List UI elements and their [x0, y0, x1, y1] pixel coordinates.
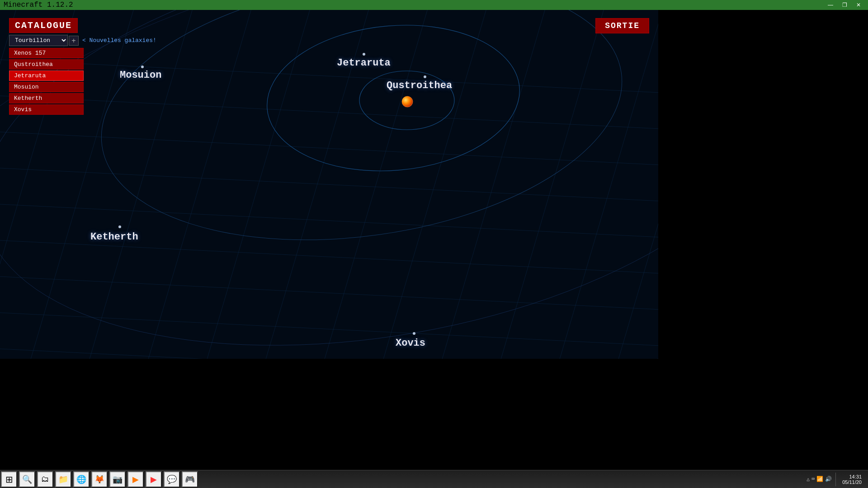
catalogue-list: Xenos 157 Qustroithea Jetraruta Mosuion …	[9, 48, 156, 115]
search-taskbar-button[interactable]: 🔍	[19, 471, 35, 488]
keyboard-icon: ⌨	[811, 476, 815, 483]
browser-button[interactable]: 🌐	[73, 471, 90, 488]
svg-point-35	[424, 75, 426, 78]
show-hidden-icon[interactable]: △	[807, 476, 810, 482]
titlebar: Minecraft 1.12.2 — ❐ ✕	[0, 0, 868, 10]
file-explorer-button[interactable]: 📁	[55, 471, 71, 488]
minimize-button[interactable]: —	[824, 0, 837, 10]
browser2-button[interactable]: 🦊	[91, 471, 108, 488]
add-galaxy-button[interactable]: +	[69, 36, 79, 46]
catalogue-item-jetraruta[interactable]: Jetraruta	[9, 70, 84, 81]
catalogue-item-xovis[interactable]: Xovis	[9, 104, 84, 115]
vlc-button[interactable]: ▶	[127, 471, 144, 488]
titlebar-title: Minecraft 1.12.2	[4, 1, 73, 9]
new-galaxies-link[interactable]: < Nouvelles galaxies!	[82, 37, 156, 44]
game-button[interactable]: 🎮	[182, 471, 198, 488]
close-button[interactable]: ✕	[853, 0, 864, 10]
clock-time: 14:31	[842, 474, 862, 479]
sortie-button[interactable]: SORTIE	[595, 18, 649, 33]
svg-point-36	[118, 225, 121, 228]
taskbar-separator	[835, 473, 836, 486]
catalogue-item-ketherth[interactable]: Ketherth	[9, 93, 84, 103]
photos-button[interactable]: 📷	[109, 471, 126, 488]
clock[interactable]: 14:31 05/11/20	[840, 474, 864, 485]
catalogue-dropdown-row: Tourbillon + < Nouvelles galaxies!	[9, 35, 156, 46]
start-button[interactable]: ⊞	[1, 471, 17, 488]
catalogue-item-qustroithea[interactable]: Qustroithea	[9, 59, 84, 70]
svg-point-33	[363, 53, 365, 56]
restore-button[interactable]: ❐	[839, 0, 851, 10]
titlebar-controls: — ❐ ✕	[824, 0, 864, 10]
system-tray-icons: △ ⌨ 📶 🔊	[807, 476, 832, 483]
catalogue-panel: CATALOGUE Tourbillon + < Nouvelles galax…	[9, 18, 156, 116]
task-view-button[interactable]: 🗂	[37, 471, 53, 488]
catalogue-item-mosuion[interactable]: Mosuion	[9, 82, 84, 92]
taskbar: ⊞ 🔍 🗂 📁 🌐 🦊 📷 ▶ ▶ 💬 🎮 △ ⌨ 📶 🔊 14:31 05/1…	[0, 470, 868, 488]
clock-date: 05/11/20	[842, 479, 862, 485]
skype-button[interactable]: 💬	[164, 471, 180, 488]
svg-point-37	[413, 332, 415, 335]
taskbar-right: △ ⌨ 📶 🔊 14:31 05/11/20	[807, 473, 868, 486]
music-button[interactable]: ▶	[146, 471, 162, 488]
network-icon[interactable]: 📶	[816, 476, 823, 483]
volume-icon[interactable]: 🔊	[825, 476, 832, 483]
game-viewport: Jetraruta Mosuion Qustroithea Ketherth X…	[0, 10, 658, 359]
galaxy-select[interactable]: Tourbillon	[9, 35, 68, 46]
catalogue-item-xenos157[interactable]: Xenos 157	[9, 48, 84, 58]
catalogue-title: CATALOGUE	[9, 18, 78, 33]
